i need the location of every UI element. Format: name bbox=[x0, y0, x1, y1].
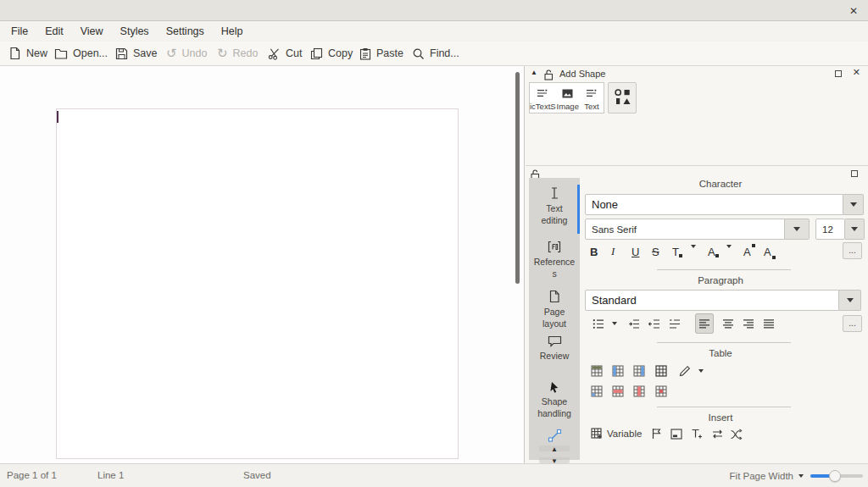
comment-bubble-icon bbox=[548, 335, 562, 349]
underline-button[interactable]: U bbox=[632, 242, 639, 261]
text-shape-button[interactable]: Text bbox=[580, 83, 604, 113]
tab-text-editing[interactable]: Text editing bbox=[529, 185, 580, 234]
image-shape-button[interactable]: Image bbox=[556, 83, 580, 113]
paragraph-style-dropdown-button[interactable] bbox=[839, 290, 861, 311]
cut-button[interactable]: Cut bbox=[268, 42, 302, 65]
menu-edit[interactable]: Edit bbox=[36, 22, 72, 41]
document-scrollbar[interactable] bbox=[515, 72, 520, 284]
chevron-down-icon bbox=[798, 474, 804, 478]
insert-table-button[interactable] bbox=[588, 362, 605, 380]
open-button[interactable]: Open... bbox=[54, 42, 108, 65]
zoom-mode-dropdown[interactable]: Fit Page Width bbox=[730, 471, 804, 481]
save-floppy-icon bbox=[115, 47, 128, 60]
swap-arrows-icon[interactable] bbox=[709, 424, 726, 443]
font-size-dropdown-button[interactable] bbox=[845, 219, 865, 240]
menu-styles[interactable]: Styles bbox=[112, 22, 158, 41]
superscript-button[interactable]: A bbox=[743, 242, 751, 261]
align-justify-button[interactable] bbox=[760, 314, 777, 333]
branch-arrows-icon[interactable] bbox=[727, 424, 744, 443]
text-lines-icon bbox=[586, 89, 598, 100]
basic-shapes-button[interactable] bbox=[608, 82, 637, 113]
menu-settings[interactable]: Settings bbox=[158, 22, 213, 41]
subscript-button[interactable]: A bbox=[764, 242, 771, 261]
chevron-down-icon bbox=[851, 227, 858, 231]
tab-label: Shape bbox=[542, 396, 567, 407]
character-style-combobox[interactable]: None bbox=[585, 194, 843, 215]
tab-shape-handling[interactable]: Shape handling bbox=[529, 379, 580, 420]
increase-indent-button[interactable] bbox=[626, 314, 643, 333]
redo-button[interactable]: ↻ Redo bbox=[217, 42, 258, 65]
decrease-indent-button[interactable] bbox=[646, 314, 663, 333]
text-cursor-icon bbox=[548, 186, 561, 202]
character-style-dropdown-button[interactable] bbox=[843, 194, 864, 215]
zoom-slider-thumb[interactable] bbox=[829, 470, 841, 482]
paste-button[interactable]: Paste bbox=[359, 42, 403, 65]
undo-button[interactable]: ↺ Undo bbox=[166, 42, 207, 65]
tab-label: Page bbox=[544, 307, 565, 317]
tabstrip-scroll-up-icon[interactable]: ▲ bbox=[529, 445, 580, 453]
insert-frame-icon[interactable] bbox=[668, 424, 685, 443]
new-button[interactable]: New bbox=[8, 42, 47, 65]
list-button[interactable] bbox=[590, 314, 607, 333]
highlight-dropdown-icon[interactable] bbox=[726, 248, 732, 261]
document-page[interactable] bbox=[56, 108, 459, 459]
font-size-field[interactable]: 12 bbox=[815, 219, 845, 240]
zoom-slider[interactable] bbox=[810, 470, 863, 482]
font-name-combobox[interactable]: Sans Serif bbox=[585, 219, 785, 240]
delete-table-button[interactable] bbox=[653, 382, 670, 401]
insert-table-grid-button[interactable] bbox=[588, 424, 605, 443]
insert-row-above-button[interactable] bbox=[588, 382, 605, 401]
chevron-down-icon bbox=[726, 245, 732, 261]
table-pen-dropdown-icon[interactable] bbox=[695, 362, 707, 380]
sidebar: ▲ Add Shape ✕ icTextS Image Text bbox=[526, 66, 868, 463]
tab-label: layout bbox=[542, 318, 566, 329]
undock-panel-icon[interactable] bbox=[835, 70, 842, 77]
highlight-color-button[interactable]: A bbox=[708, 242, 715, 261]
tab-review[interactable]: Review bbox=[529, 334, 580, 362]
font-color-button[interactable]: T bbox=[672, 242, 679, 261]
menu-file[interactable]: File bbox=[3, 22, 36, 41]
tab-references[interactable]: Reference s bbox=[529, 239, 580, 280]
align-left-button[interactable] bbox=[696, 314, 713, 333]
menu-view[interactable]: View bbox=[72, 22, 112, 41]
insert-text-field-icon[interactable] bbox=[688, 424, 705, 443]
insert-section-title: Insert bbox=[581, 412, 860, 423]
font-name-dropdown-button[interactable] bbox=[785, 219, 810, 240]
list-dropdown-icon[interactable] bbox=[609, 314, 620, 333]
insert-row-below-button[interactable] bbox=[653, 362, 670, 380]
dynamic-text-shape-button[interactable]: icTextS bbox=[530, 83, 556, 113]
cursor-arrow-icon bbox=[549, 381, 559, 395]
delete-column-button[interactable] bbox=[631, 382, 648, 401]
character-format-row: B I U S T A A A bbox=[581, 242, 868, 261]
save-button[interactable]: Save bbox=[115, 42, 158, 65]
tab-page-layout[interactable]: Page layout bbox=[529, 288, 580, 330]
table-section-title: Table bbox=[581, 348, 860, 358]
bold-button[interactable]: B bbox=[590, 242, 598, 261]
insert-column-after-button[interactable] bbox=[631, 362, 648, 380]
font-color-dropdown-icon[interactable] bbox=[691, 248, 696, 261]
collapse-panel-icon[interactable]: ▲ bbox=[531, 69, 537, 76]
insert-variable-button[interactable]: Variable bbox=[607, 424, 642, 443]
scissors-icon bbox=[268, 47, 281, 60]
copy-button[interactable]: Copy bbox=[310, 42, 353, 65]
paragraph-more-button[interactable]: ... bbox=[843, 315, 862, 332]
window-close-button[interactable]: ✕ bbox=[846, 3, 861, 19]
strikethrough-button[interactable]: S bbox=[652, 242, 659, 261]
delete-row-button[interactable] bbox=[609, 382, 626, 401]
character-more-button[interactable]: ... bbox=[843, 242, 862, 259]
find-button[interactable]: Find... bbox=[412, 42, 459, 65]
close-panel-icon[interactable]: ✕ bbox=[853, 67, 860, 78]
insert-column-before-button[interactable] bbox=[609, 362, 626, 380]
menu-help[interactable]: Help bbox=[213, 22, 252, 41]
align-right-button[interactable] bbox=[740, 314, 757, 333]
align-center-button[interactable] bbox=[720, 314, 737, 333]
first-line-indent-button[interactable] bbox=[666, 314, 683, 333]
italic-button[interactable]: I bbox=[611, 242, 615, 261]
zoom-controls: Fit Page Width bbox=[730, 464, 863, 487]
tab-lines[interactable] bbox=[529, 427, 580, 446]
superscript-mark-icon bbox=[752, 244, 755, 247]
document-canvas[interactable] bbox=[0, 66, 525, 463]
bookmark-flag-icon[interactable] bbox=[648, 424, 665, 443]
paragraph-style-combobox[interactable]: Standard bbox=[585, 290, 839, 311]
table-draw-pen-button[interactable] bbox=[676, 362, 693, 380]
